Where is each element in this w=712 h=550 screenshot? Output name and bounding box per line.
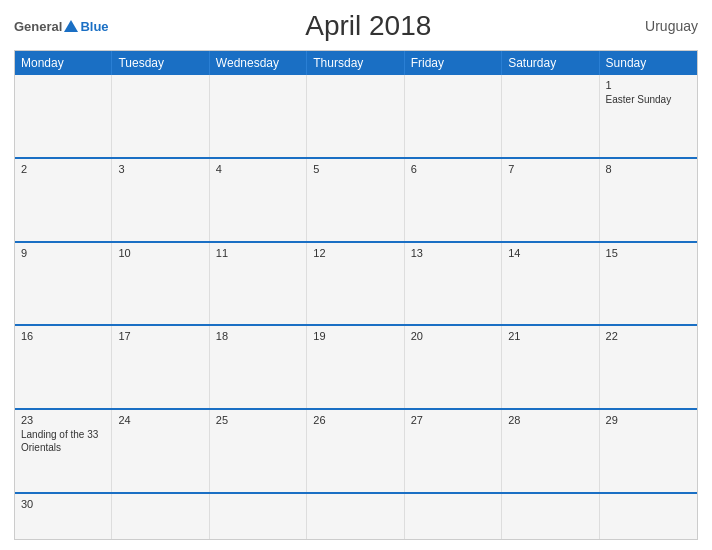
cal-cell: 30 <box>15 494 112 539</box>
day-number: 5 <box>313 163 397 175</box>
day-number: 25 <box>216 414 300 426</box>
calendar-page: General Blue April 2018 Uruguay MondayTu… <box>0 0 712 550</box>
day-header-saturday: Saturday <box>502 51 599 75</box>
cal-cell: 9 <box>15 243 112 325</box>
cal-week-5: 23Landing of the 33 Orientals24252627282… <box>15 408 697 492</box>
country-label: Uruguay <box>628 18 698 34</box>
cal-cell: 19 <box>307 326 404 408</box>
day-header-friday: Friday <box>405 51 502 75</box>
cal-cell: 3 <box>112 159 209 241</box>
cal-cell: 27 <box>405 410 502 492</box>
day-number: 11 <box>216 247 300 259</box>
cal-week-1: 1Easter Sunday <box>15 75 697 157</box>
day-number: 3 <box>118 163 202 175</box>
cal-cell: 20 <box>405 326 502 408</box>
day-header-sunday: Sunday <box>600 51 697 75</box>
day-number: 6 <box>411 163 495 175</box>
cal-cell: 17 <box>112 326 209 408</box>
day-number: 20 <box>411 330 495 342</box>
cal-cell: 21 <box>502 326 599 408</box>
day-header-wednesday: Wednesday <box>210 51 307 75</box>
event-label: Landing of the 33 Orientals <box>21 429 98 453</box>
day-number: 4 <box>216 163 300 175</box>
day-number: 23 <box>21 414 105 426</box>
cal-cell <box>112 494 209 539</box>
calendar-grid: MondayTuesdayWednesdayThursdayFridaySatu… <box>14 50 698 540</box>
event-label: Easter Sunday <box>606 94 672 105</box>
cal-cell: 16 <box>15 326 112 408</box>
day-number: 22 <box>606 330 691 342</box>
day-number: 15 <box>606 247 691 259</box>
cal-week-2: 2345678 <box>15 157 697 241</box>
cal-cell: 1Easter Sunday <box>600 75 697 157</box>
day-number: 21 <box>508 330 592 342</box>
day-number: 7 <box>508 163 592 175</box>
logo-general-text: General <box>14 19 62 34</box>
calendar-body: 1Easter Sunday23456789101112131415161718… <box>15 75 697 539</box>
cal-cell <box>210 75 307 157</box>
day-number: 17 <box>118 330 202 342</box>
cal-cell <box>307 494 404 539</box>
cal-cell <box>502 75 599 157</box>
cal-week-4: 16171819202122 <box>15 324 697 408</box>
cal-cell: 8 <box>600 159 697 241</box>
cal-cell: 6 <box>405 159 502 241</box>
cal-cell: 14 <box>502 243 599 325</box>
cal-week-3: 9101112131415 <box>15 241 697 325</box>
day-number: 28 <box>508 414 592 426</box>
cal-week-6: 30 <box>15 492 697 539</box>
calendar-title: April 2018 <box>109 10 628 42</box>
header: General Blue April 2018 Uruguay <box>14 10 698 42</box>
cal-cell <box>15 75 112 157</box>
day-number: 30 <box>21 498 105 510</box>
day-number: 14 <box>508 247 592 259</box>
cal-cell <box>502 494 599 539</box>
day-number: 13 <box>411 247 495 259</box>
cal-cell <box>307 75 404 157</box>
day-number: 2 <box>21 163 105 175</box>
cal-cell: 24 <box>112 410 209 492</box>
day-number: 27 <box>411 414 495 426</box>
day-header-tuesday: Tuesday <box>112 51 209 75</box>
cal-cell: 29 <box>600 410 697 492</box>
logo: General Blue <box>14 19 109 34</box>
cal-cell: 28 <box>502 410 599 492</box>
day-number: 16 <box>21 330 105 342</box>
day-number: 26 <box>313 414 397 426</box>
cal-cell: 15 <box>600 243 697 325</box>
calendar-header-row: MondayTuesdayWednesdayThursdayFridaySatu… <box>15 51 697 75</box>
day-header-thursday: Thursday <box>307 51 404 75</box>
cal-cell: 23Landing of the 33 Orientals <box>15 410 112 492</box>
cal-cell: 18 <box>210 326 307 408</box>
cal-cell: 10 <box>112 243 209 325</box>
logo-triangle-icon <box>64 20 78 32</box>
day-number: 24 <box>118 414 202 426</box>
cal-cell <box>112 75 209 157</box>
day-number: 19 <box>313 330 397 342</box>
cal-cell: 11 <box>210 243 307 325</box>
day-number: 12 <box>313 247 397 259</box>
cal-cell: 12 <box>307 243 404 325</box>
day-number: 29 <box>606 414 691 426</box>
cal-cell: 2 <box>15 159 112 241</box>
day-number: 1 <box>606 79 691 91</box>
cal-cell: 5 <box>307 159 404 241</box>
cal-cell: 25 <box>210 410 307 492</box>
logo-blue-text: Blue <box>80 19 108 34</box>
cal-cell <box>405 75 502 157</box>
cal-cell: 26 <box>307 410 404 492</box>
cal-cell <box>600 494 697 539</box>
day-number: 8 <box>606 163 691 175</box>
cal-cell <box>210 494 307 539</box>
cal-cell: 7 <box>502 159 599 241</box>
day-number: 18 <box>216 330 300 342</box>
cal-cell: 22 <box>600 326 697 408</box>
cal-cell: 13 <box>405 243 502 325</box>
day-number: 9 <box>21 247 105 259</box>
cal-cell <box>405 494 502 539</box>
day-number: 10 <box>118 247 202 259</box>
cal-cell: 4 <box>210 159 307 241</box>
day-header-monday: Monday <box>15 51 112 75</box>
